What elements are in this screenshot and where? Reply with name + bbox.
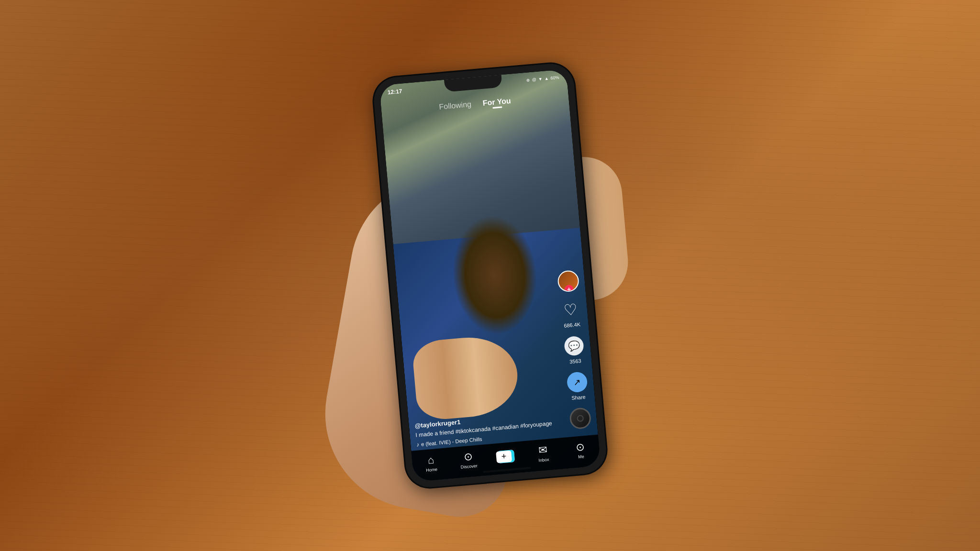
inbox-icon: ✉ bbox=[538, 444, 548, 457]
like-count: 686.4K bbox=[564, 321, 581, 329]
nav-item-home[interactable]: ⌂ Home bbox=[412, 452, 450, 474]
nav-item-create[interactable]: + bbox=[487, 448, 525, 465]
add-btn-white: + bbox=[496, 450, 512, 463]
creator-avatar-button[interactable] bbox=[557, 270, 580, 293]
bluetooth-icon: ⊕ bbox=[526, 77, 530, 83]
nav-item-inbox[interactable]: ✉ Inbox bbox=[523, 442, 562, 464]
home-label: Home bbox=[426, 467, 438, 473]
music-disc[interactable] bbox=[569, 407, 592, 430]
discover-label: Discover bbox=[460, 463, 478, 469]
wifi-icon: ▼ bbox=[538, 77, 543, 82]
discover-icon: ⊙ bbox=[463, 450, 473, 463]
profile-label: Me bbox=[578, 454, 584, 459]
phone-wrapper: 12:17 ⊕ @ ▼ ▲ 60% Following For Y bbox=[372, 62, 608, 489]
inbox-label: Inbox bbox=[538, 457, 549, 463]
heart-icon-container: ♡ bbox=[559, 298, 582, 321]
share-icon-container: ↗ bbox=[566, 371, 589, 394]
phone-outer: 12:17 ⊕ @ ▼ ▲ 60% Following For Y bbox=[372, 62, 608, 489]
nav-item-discover[interactable]: ⊙ Discover bbox=[449, 449, 488, 471]
heart-icon: ♡ bbox=[563, 301, 579, 318]
signal-icon: ▲ bbox=[544, 76, 549, 81]
comment-icon-container: 💬 bbox=[563, 334, 586, 357]
share-label: Share bbox=[571, 394, 586, 401]
battery-text: 60% bbox=[550, 75, 559, 81]
share-icon: ↗ bbox=[566, 371, 588, 393]
status-time: 12:17 bbox=[387, 88, 402, 96]
music-disc-inner bbox=[577, 415, 584, 422]
notification-icon: @ bbox=[532, 77, 536, 82]
music-note-icon: ♪ bbox=[416, 441, 420, 448]
share-button[interactable]: ↗ Share bbox=[566, 371, 589, 401]
phone-screen: 12:17 ⊕ @ ▼ ▲ 60% Following For Y bbox=[379, 69, 601, 482]
add-button[interactable]: + bbox=[495, 448, 517, 464]
like-button[interactable]: ♡ 686.4K bbox=[559, 298, 583, 329]
tab-for-you[interactable]: For You bbox=[482, 97, 511, 108]
status-icons: ⊕ @ ▼ ▲ 60% bbox=[526, 75, 559, 83]
avatar bbox=[557, 270, 580, 293]
tab-following[interactable]: Following bbox=[439, 100, 472, 111]
comment-button[interactable]: 💬 3563 bbox=[563, 334, 586, 365]
scene: 12:17 ⊕ @ ▼ ▲ 60% Following For Y bbox=[0, 0, 980, 551]
profile-icon: ⊙ bbox=[576, 441, 585, 453]
home-icon: ⌂ bbox=[427, 453, 435, 466]
comment-icon: 💬 bbox=[564, 336, 584, 356]
nav-item-profile[interactable]: ⊙ Me bbox=[561, 439, 600, 461]
comment-count: 3563 bbox=[569, 358, 581, 364]
